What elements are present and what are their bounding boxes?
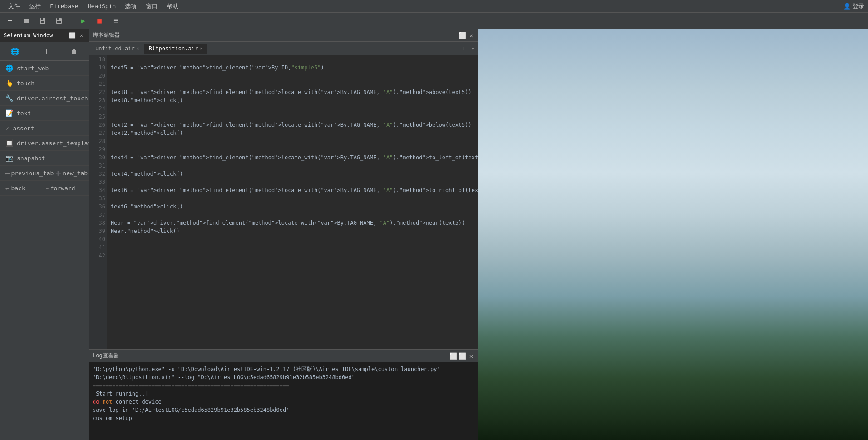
menu-help[interactable]: 帮助 [162, 1, 183, 11]
sidebar-item-tabs[interactable]: ⟵ previous_tab ➕ new_tab [0, 166, 89, 181]
script-editor: 脚本编辑器 ⬜ ✕ untitled.air ✕ Rltposition.air… [89, 29, 478, 349]
sidebar-item-label-new-tab: new_tab [63, 170, 88, 177]
log-line: save log in 'D:/AirtestLOG/c5edad65829b9… [93, 406, 475, 414]
log-button[interactable]: ≡ [109, 15, 122, 27]
menu-run[interactable]: 运行 [25, 1, 45, 11]
sidebar-item-text[interactable]: 📝 text [0, 106, 89, 121]
tab-untitled-close[interactable]: ✕ [137, 46, 139, 51]
log-line: ========================================… [93, 381, 475, 390]
code-line: text4."method">click() [111, 170, 475, 178]
sidebar-tab-screen[interactable]: 🖥 [30, 42, 59, 60]
menu-headspin[interactable]: HeadSpin [83, 2, 121, 10]
start-web-icon: 🌐 [5, 64, 13, 72]
code-line [111, 113, 475, 121]
code-line: text2."method">click() [111, 129, 475, 137]
driver-assert-template-icon: 🔲 [5, 139, 13, 147]
log-close-btn[interactable]: ✕ [468, 352, 475, 360]
sidebar-item-driver-airtest-touch[interactable]: 🔧 driver.airtest_touch [0, 91, 89, 106]
menu-bar: 文件 运行 Firebase HeadSpin 选项 窗口 帮助 👤 登录 [0, 0, 868, 13]
tab-rltposition[interactable]: Rltposition.air ✕ [144, 44, 207, 54]
tab-dropdown-btn[interactable]: ▾ [469, 45, 477, 52]
menu-firebase[interactable]: Firebase [45, 2, 83, 10]
code-line [111, 235, 475, 243]
code-line [111, 178, 475, 186]
sidebar-item-label-text: text [17, 110, 83, 117]
sidebar-close-btn[interactable]: ✕ [78, 32, 85, 39]
code-line [111, 243, 475, 252]
sidebar-item-label-snapshot: snapshot [17, 155, 83, 162]
log-header-buttons: ⬜ ⬜ ✕ [449, 352, 475, 360]
code-line: text6 = "var">driver."method">find_eleme… [111, 186, 475, 194]
script-editor-header: 脚本编辑器 ⬜ ✕ [89, 29, 478, 42]
tabs-bar: untitled.air ✕ Rltposition.air ✕ + ▾ [89, 42, 478, 55]
code-line [111, 55, 475, 64]
login-button[interactable]: 👤 登录 [843, 2, 864, 10]
run-button[interactable]: ▶ [77, 15, 89, 27]
save-as-button[interactable]: + [53, 15, 65, 27]
sidebar-item-assert[interactable]: ✓ assert [0, 121, 89, 136]
stop-button[interactable]: ■ [93, 15, 106, 27]
menu-options[interactable]: 选项 [120, 1, 141, 11]
snapshot-icon: 📷 [5, 154, 13, 162]
open-button[interactable] [20, 15, 33, 27]
log-header: Log查看器 ⬜ ⬜ ✕ [89, 350, 478, 362]
sidebar-item-driver-assert-template[interactable]: 🔲 driver.assert_template [0, 136, 89, 151]
log-restore-btn[interactable]: ⬜ [459, 352, 466, 360]
sidebar-item-label-driver-airtest-touch: driver.airtest_touch [17, 95, 88, 102]
sidebar-item-touch[interactable]: 👆 touch [0, 76, 89, 91]
code-line [111, 162, 475, 170]
code-area[interactable]: 1819202122232425262728293031323334353637… [89, 55, 478, 349]
menu-file[interactable]: 文件 [4, 1, 25, 11]
code-line [111, 72, 475, 80]
log-content[interactable]: "D:\python\python.exe" -u "D:\Download\A… [89, 362, 478, 440]
forward-icon: → [46, 186, 49, 191]
code-line [111, 137, 475, 145]
sidebar-icon-tabs: 🌐 🖥 ⏺ [0, 42, 89, 61]
tab-add-btn[interactable]: + [460, 45, 467, 52]
main-area: Selenium Window ⬜ ✕ 🌐 🖥 ⏺ 🌐 start_web 👆 … [0, 29, 868, 440]
code-line [111, 211, 475, 219]
menu-window[interactable]: 窗口 [141, 1, 162, 11]
sidebar-minimize-btn[interactable]: ⬜ [69, 32, 76, 39]
touch-icon: 👆 [5, 79, 13, 87]
sidebar-tab-record[interactable]: ⏺ [59, 42, 89, 60]
svg-rect-5 [57, 21, 61, 23]
sidebar-item-navigation[interactable]: ← back → forward [0, 181, 89, 196]
new-tab-icon: ➕ [55, 171, 61, 176]
tabs-add-area: + ▾ [460, 45, 477, 52]
code-line [111, 194, 475, 203]
tab-rltposition-label: Rltposition.air [149, 45, 198, 52]
svg-rect-1 [41, 18, 43, 20]
sidebar-item-label-start-web: start_web [17, 65, 83, 72]
toolbar: + + ▶ ■ ≡ [0, 13, 868, 29]
editor-restore-btn[interactable]: ⬜ [459, 32, 466, 39]
code-line: text8 = "var">driver."method">find_eleme… [111, 88, 475, 96]
log-filter-btn[interactable]: ⬜ [449, 352, 457, 360]
sidebar-item-label-previous-tab: previous_tab [11, 170, 54, 177]
assert-icon: ✓ [5, 124, 9, 132]
code-line [111, 145, 475, 153]
tab-untitled-label: untitled.air [95, 45, 135, 52]
save-button[interactable] [36, 15, 49, 27]
editor-close-btn[interactable]: ✕ [468, 32, 475, 39]
previous-tab-icon: ⟵ [5, 169, 9, 177]
sidebar-item-start-web[interactable]: 🌐 start_web [0, 61, 89, 76]
log-line: [Start running..] [93, 390, 475, 398]
sidebar-item-label-back: back [11, 185, 44, 192]
sidebar-item-snapshot[interactable]: 📷 snapshot [0, 151, 89, 166]
tab-rltposition-close[interactable]: ✕ [200, 46, 202, 51]
sidebar-items-list: 🌐 start_web 👆 touch 🔧 driver.airtest_tou… [0, 61, 89, 440]
log-panel: Log查看器 ⬜ ⬜ ✕ "D:\python\python.exe" -u "… [89, 349, 478, 440]
tab-untitled[interactable]: untitled.air ✕ [91, 44, 144, 54]
code-line: text2 = "var">driver."method">find_eleme… [111, 121, 475, 129]
sidebar-item-label-forward: forward [50, 185, 83, 192]
new-button[interactable]: + [4, 15, 16, 27]
code-content[interactable]: text5 = "var">driver."method">find_eleme… [107, 55, 478, 349]
sidebar-tab-web[interactable]: 🌐 [0, 42, 30, 60]
background-mountain [478, 29, 868, 440]
code-line: Near = "var">driver."method">find_elemen… [111, 219, 475, 227]
script-editor-title: 脚本编辑器 [93, 31, 459, 39]
code-line: text5 = "var">driver."method">find_eleme… [111, 64, 475, 72]
sidebar-item-label-driver-assert-template: driver.assert_template [17, 140, 89, 147]
svg-text:+: + [59, 18, 61, 21]
